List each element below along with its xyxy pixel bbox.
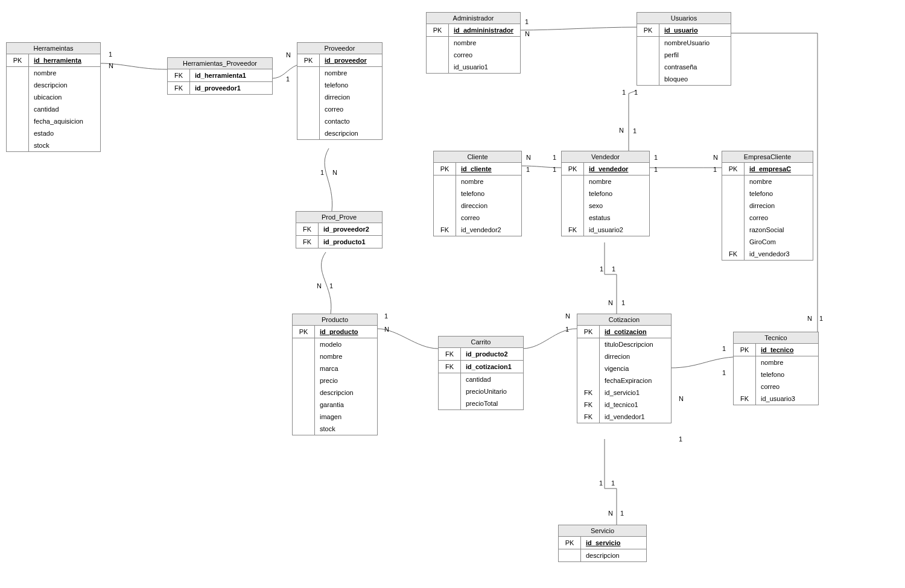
entity-row: nombre [734, 356, 818, 369]
key-cell [637, 61, 659, 73]
key-cell [562, 175, 584, 188]
attr-cell: id_usuario [659, 24, 731, 37]
cardinality-label: 1 [722, 345, 726, 352]
key-cell: FK [434, 224, 456, 236]
attr-cell: id_cliente [456, 163, 522, 175]
attr-cell: id_tecnico1 [600, 399, 672, 411]
entity-row: dirrecion [297, 91, 382, 103]
relationship-line [671, 357, 733, 368]
attr-cell: nombre [315, 350, 378, 362]
entity-row: sexo [562, 200, 649, 212]
entity-title: Herrameintas [7, 43, 100, 54]
cardinality-label: 1 [633, 127, 637, 134]
key-cell: FK [439, 361, 461, 373]
cardinality-label: N [608, 510, 613, 517]
attr-cell: id_usuario1 [449, 61, 521, 73]
attr-cell: perfil [659, 49, 731, 61]
attr-cell: nombre [584, 175, 650, 188]
entity-prod_prove: Prod_ProveFKid_proveedor2FKid_producto1 [296, 211, 383, 248]
attr-cell: id_producto2 [461, 348, 524, 361]
entity-row: cantidad [7, 103, 100, 115]
attr-cell: contacto [320, 115, 383, 127]
key-cell [722, 224, 745, 236]
attr-cell: dirrecion [745, 200, 813, 212]
entity-row: dirrecion [577, 350, 671, 362]
key-cell [559, 549, 581, 562]
key-cell [293, 387, 315, 399]
key-cell [7, 103, 29, 115]
attr-cell: nombre [29, 67, 101, 80]
key-cell: FK [439, 348, 461, 361]
cardinality-label: N [565, 312, 570, 320]
cardinality-label: 1 [384, 312, 388, 320]
entity-title: Proveedor [297, 43, 382, 54]
attr-cell: descripcion [315, 387, 378, 399]
attr-cell: correo [449, 49, 521, 61]
entity-row: telefono [722, 188, 813, 200]
cardinality-label: 1 [611, 479, 615, 487]
entity-row: FKid_producto1 [296, 236, 382, 248]
entity-row: estado [7, 127, 100, 139]
attr-cell: id_vendedor3 [745, 248, 813, 260]
attr-cell: id_producto1 [319, 236, 383, 248]
entity-producto: ProductoPKid_productomodelonombremarcapr… [292, 314, 378, 435]
cardinality-label: N [384, 326, 389, 333]
cardinality-label: N [332, 169, 337, 176]
key-cell: PK [559, 537, 581, 549]
key-cell [297, 67, 320, 80]
key-cell [7, 67, 29, 80]
entity-row: contraseña [637, 61, 731, 73]
attr-cell: nombre [756, 356, 819, 369]
key-cell: FK [168, 69, 190, 82]
entity-row: nombre [722, 175, 813, 188]
key-cell [439, 373, 461, 386]
attr-cell: precio [315, 375, 378, 387]
entity-row: FKid_vendedor1 [577, 411, 671, 423]
entity-row: FKid_proveedor1 [168, 82, 272, 95]
entity-title: Usuarios [637, 13, 731, 24]
entity-title: Herramientas_Proveedor [168, 58, 272, 69]
key-cell [734, 381, 756, 393]
entity-title: Producto [293, 314, 377, 326]
entity-row: FKid_proveedor2 [296, 223, 382, 236]
key-cell [722, 212, 745, 224]
relationship-line [629, 90, 637, 151]
attr-cell: id_herramienta [29, 54, 101, 67]
key-cell [7, 127, 29, 139]
relationship-line [522, 329, 577, 349]
key-cell [293, 338, 315, 351]
key-cell: PK [434, 163, 456, 175]
key-cell [297, 103, 320, 115]
attr-cell: id_servicio1 [600, 387, 672, 399]
attr-cell: cantidad [461, 373, 524, 386]
entity-row: telefono [734, 368, 818, 381]
attr-cell: nombreUsuario [659, 37, 731, 49]
entity-row: FKid_usuario3 [734, 393, 818, 405]
entity-title: Cliente [434, 151, 521, 163]
entity-row: correo [722, 212, 813, 224]
key-cell: PK [722, 163, 745, 175]
entity-row: FKid_servicio1 [577, 387, 671, 399]
attr-cell: correo [756, 381, 819, 393]
key-cell: FK [577, 411, 600, 423]
attr-cell: telefono [320, 79, 383, 91]
entity-row: correo [427, 49, 520, 61]
attr-cell: id_servicio [581, 537, 647, 549]
cardinality-label: 1 [634, 89, 638, 96]
entity-row: PKid_servicio [559, 537, 646, 549]
entity-row: fechaExpiracion [577, 375, 671, 387]
entity-administrador: AdministradorPKid_admininistradornombrec… [426, 12, 521, 74]
entity-row: PKid_empresaC [722, 163, 813, 175]
key-cell: PK [637, 24, 659, 37]
entity-row: correo [297, 103, 382, 115]
entity-row: FKid_vendedor2 [434, 224, 521, 236]
attr-cell: vigencia [600, 362, 672, 375]
entity-title: Carrito [439, 337, 523, 348]
attr-cell: nombre [745, 175, 813, 188]
entity-row: FKid_vendedor3 [722, 248, 813, 260]
key-cell: PK [427, 24, 449, 37]
attr-cell: GiroCom [745, 236, 813, 248]
entity-row: bloqueo [637, 73, 731, 85]
er-diagram-canvas: 1NN11NN11NN11N11N1N11111N111N111N111N1N1… [0, 0, 905, 588]
key-cell [722, 200, 745, 212]
